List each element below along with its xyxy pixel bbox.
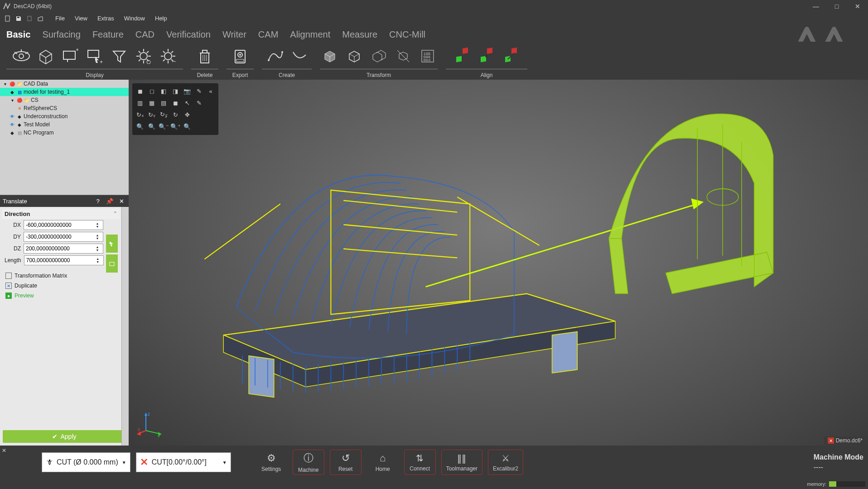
reset-button[interactable]: ↺ Reset — [330, 450, 362, 475]
pick-direction-button[interactable] — [106, 235, 118, 253]
home-button[interactable]: ⌂ Home — [367, 450, 399, 475]
pin-icon[interactable]: 📌 — [105, 197, 114, 206]
align-1-button[interactable] — [451, 45, 473, 67]
eye-icon[interactable]: 👁 — [9, 121, 15, 128]
machine-button[interactable]: ⓘ Machine — [293, 450, 324, 475]
dy-input[interactable] — [26, 234, 94, 240]
document-name: Demo.dc6* — [836, 437, 863, 444]
open-icon[interactable] — [35, 14, 45, 24]
svg-rect-1 — [17, 17, 19, 18]
tab-writer[interactable]: Writer — [222, 29, 246, 42]
quick-access-toolbar: File View Extras Window Help — [0, 13, 868, 24]
checkbox-icon — [5, 273, 12, 279]
align-2-button[interactable] — [476, 45, 497, 67]
tree-item[interactable]: ◆ ▦ model for testing_1 — [0, 88, 129, 96]
tree-item[interactable]: 👁 ◆ Underconstruction — [0, 112, 129, 120]
transform-matrix-button[interactable]: 110101010111 — [417, 45, 439, 67]
tree-item[interactable]: ▾ 🔴 📁 CS — [0, 96, 129, 104]
transform-cube3-button[interactable] — [368, 45, 390, 67]
minimize-button[interactable]: ― — [805, 0, 826, 13]
tree-item[interactable]: 👁 ◆ Test Model — [0, 120, 129, 129]
tab-cad[interactable]: CAD — [135, 29, 154, 42]
tool-dropdown-1[interactable]: 🗡 CUT (Ø 0.000 mm) ▼ — [42, 452, 130, 472]
filter-button[interactable] — [108, 45, 130, 67]
settings-gear2-button[interactable] — [157, 45, 179, 67]
ribbon-group-display: * + Display — [6, 43, 183, 80]
menu-window[interactable]: Window — [120, 13, 149, 24]
chk-duplicate[interactable]: ✕ Duplicate — [2, 281, 120, 291]
tree-root[interactable]: ▾ 🔴 📁 CAD Data — [0, 80, 129, 88]
section-direction[interactable]: Direction ˄ — [2, 209, 120, 219]
delete-button[interactable] — [194, 45, 216, 67]
export-button[interactable] — [229, 45, 251, 67]
paste-icon[interactable] — [24, 14, 34, 24]
svg-point-53 — [485, 55, 488, 58]
transform-cube2-button[interactable] — [343, 45, 365, 67]
create-curve1-button[interactable] — [264, 45, 285, 67]
svg-line-21 — [139, 59, 140, 61]
create-curve2-button[interactable] — [288, 45, 310, 67]
maximize-button[interactable]: □ — [826, 0, 847, 13]
viewport-3d[interactable]: ◼ ◻ ◧ ◨ 📷 ✎ « ▥ ▦ ▧ ◼ ↖ ✎ ↻ₓ ↻ᵧ ↻𝓏 ↻ — [129, 80, 868, 446]
dz-input[interactable] — [26, 245, 94, 252]
connect-button[interactable]: ⇅ Connect — [404, 450, 436, 475]
align-3-button[interactable] — [500, 45, 522, 67]
spinner[interactable]: ▲▼ — [94, 245, 101, 252]
menu-help[interactable]: Help — [150, 13, 172, 24]
chk-matrix[interactable]: Transformation Matrix — [2, 271, 120, 281]
spinner[interactable]: ▲▼ — [94, 257, 101, 264]
eye-icon[interactable]: 👁 — [9, 113, 15, 120]
tool-dropdown-2[interactable]: ✕ CUT[0.00°/0.00°] ▼ — [136, 452, 231, 472]
svg-rect-52 — [487, 48, 492, 54]
view-monitor-button[interactable]: * — [59, 45, 81, 67]
menu-file[interactable]: File — [51, 13, 69, 24]
tree-item[interactable]: ◆ ▤ NC Program — [0, 129, 129, 137]
help-icon[interactable]: ? — [93, 197, 102, 206]
info-icon: ⓘ — [304, 451, 313, 465]
svg-rect-8 — [63, 51, 75, 59]
svg-line-91 — [426, 204, 698, 287]
status-bar: memory: — [0, 479, 868, 489]
close-bottombar-icon[interactable]: ✕ — [2, 447, 9, 455]
tab-surfacing[interactable]: Surfacing — [42, 29, 81, 42]
transform-cube1-button[interactable] — [319, 45, 341, 67]
collapse-icon[interactable]: ▾ — [2, 81, 8, 87]
tab-cam[interactable]: CAM — [258, 29, 278, 42]
collapse-icon[interactable]: ▾ — [9, 97, 15, 103]
memory-label: memory: — [807, 481, 826, 487]
view-select-button[interactable]: + — [84, 45, 106, 67]
new-icon[interactable] — [3, 14, 13, 24]
close-doc-icon[interactable]: ✕ — [828, 437, 834, 444]
tab-verification[interactable]: Verification — [166, 29, 211, 42]
chk-preview[interactable]: ● Preview — [2, 291, 120, 301]
tree-item[interactable]: ✳ RefSphereCS — [0, 104, 129, 112]
toolmanager-button[interactable]: ‖‖ Toolmanager — [441, 450, 482, 475]
scrollbar[interactable] — [121, 207, 129, 446]
settings-gear1-button[interactable] — [133, 45, 154, 67]
view-box-button[interactable] — [35, 45, 57, 67]
svg-line-29 — [171, 59, 173, 61]
save-icon[interactable] — [14, 14, 24, 24]
tab-cncmill[interactable]: CNC-Mill — [389, 29, 425, 42]
pick-plane-button[interactable] — [106, 254, 118, 273]
tab-feature[interactable]: Feature — [92, 29, 124, 42]
spinner[interactable]: ▲▼ — [94, 222, 101, 228]
svg-line-20 — [147, 51, 149, 53]
excalibur-button[interactable]: ⚔ Excalibur2 — [488, 450, 523, 475]
apply-button[interactable]: ✔ Apply — [3, 430, 126, 443]
svg-line-31 — [163, 59, 165, 61]
document-tab[interactable]: ✕ Demo.dc6* — [824, 436, 866, 445]
settings-button[interactable]: ⚙ Settings — [256, 450, 287, 475]
dx-input[interactable] — [26, 222, 94, 228]
close-icon[interactable]: ✕ — [117, 197, 126, 206]
close-button[interactable]: ✕ — [847, 0, 868, 13]
length-input[interactable] — [26, 257, 94, 264]
spinner[interactable]: ▲▼ — [94, 234, 101, 240]
tab-basic[interactable]: Basic — [6, 29, 30, 42]
view-eye-button[interactable] — [10, 45, 32, 67]
tab-alignment[interactable]: Alignment — [290, 29, 330, 42]
menu-view[interactable]: View — [70, 13, 92, 24]
tab-measure[interactable]: Measure — [342, 29, 377, 42]
transform-cube4-button[interactable] — [392, 45, 414, 67]
menu-extras[interactable]: Extras — [93, 13, 119, 24]
